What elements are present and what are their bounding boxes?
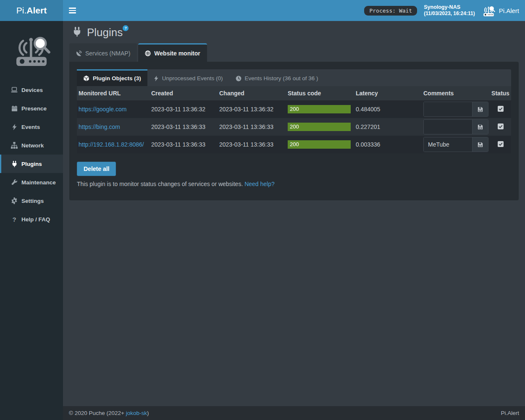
save-comment-button[interactable] bbox=[472, 120, 488, 134]
floppy-save-icon bbox=[477, 124, 483, 130]
comment-input-group bbox=[423, 119, 488, 134]
process-status-badge: Process: Wait bbox=[364, 6, 417, 16]
website-monitor-panel: Plugin Objects (3) Unprocessed Events (0… bbox=[69, 62, 519, 200]
tab-events-history[interactable]: Events History (36 out of 36 ) bbox=[229, 69, 325, 86]
comment-input-group bbox=[423, 102, 488, 117]
clock-icon bbox=[236, 76, 242, 81]
col-latency: Latency bbox=[354, 86, 422, 100]
need-help-link[interactable]: Need help? bbox=[244, 181, 275, 187]
status-checkbox[interactable] bbox=[498, 123, 504, 129]
save-comment-button[interactable] bbox=[472, 137, 488, 152]
plug-icon bbox=[72, 27, 82, 38]
host-timestamp: (11/03/2023, 16:24:11) bbox=[424, 10, 475, 17]
sidebar-item-devices[interactable]: Devices bbox=[0, 81, 63, 99]
app-badge: Pi.Alert bbox=[482, 4, 519, 17]
comment-input[interactable] bbox=[424, 102, 472, 116]
changed-cell: 2023-03-11 13:36:33 bbox=[218, 136, 286, 153]
wrench-icon bbox=[10, 179, 18, 186]
created-cell: 2023-03-11 13:36:33 bbox=[150, 136, 218, 153]
panel-tabs: Plugin Objects (3) Unprocessed Events (0… bbox=[77, 69, 511, 86]
latency-cell: 0.003336 bbox=[354, 136, 422, 153]
host-name: Synology-NAS bbox=[424, 4, 475, 10]
page-title: Plugins bbox=[87, 26, 123, 39]
sidebar-item-settings[interactable]: Settings bbox=[0, 192, 63, 210]
host-info: Synology-NAS (11/03/2023, 16:24:11) bbox=[424, 4, 475, 17]
globe-icon bbox=[145, 50, 151, 56]
comment-input[interactable] bbox=[424, 120, 472, 134]
cube-icon bbox=[83, 75, 89, 81]
monitored-url-link[interactable]: https://bing.com bbox=[79, 123, 120, 130]
floppy-save-icon bbox=[477, 142, 483, 148]
col-status-code: Status code bbox=[286, 86, 354, 100]
status-checkbox[interactable] bbox=[498, 141, 504, 147]
table-row: http://192.168.1.82:8086/ 2023-03-11 13:… bbox=[77, 136, 511, 153]
brand-pi: Pi. bbox=[16, 5, 27, 16]
check-icon bbox=[498, 124, 503, 129]
satellite-dish-icon bbox=[76, 50, 82, 56]
bolt-icon bbox=[154, 76, 159, 81]
comment-input[interactable] bbox=[424, 137, 472, 152]
gear-icon bbox=[10, 197, 18, 204]
col-monitored-url: Monitored URL bbox=[77, 86, 150, 100]
plug-icon bbox=[10, 161, 18, 167]
jokob-sk-link[interactable]: jokob-sk bbox=[126, 410, 147, 416]
plugin-description: This plugin is to monitor status changes… bbox=[77, 181, 511, 187]
router-scan-icon bbox=[482, 4, 496, 17]
app-name: Pi.Alert bbox=[499, 7, 519, 14]
sidebar-toggle-button[interactable] bbox=[63, 0, 82, 21]
tab-plugin-objects[interactable]: Plugin Objects (3) bbox=[77, 69, 147, 86]
status-code-bar: 200 bbox=[288, 140, 351, 149]
sidebar: Devices Presence Events Network Plugins … bbox=[0, 21, 63, 420]
plugin-table-body: https://google.com 2023-03-11 13:36:32 2… bbox=[77, 100, 511, 153]
table-header-row: Monitored URL Created Changed Status cod… bbox=[77, 86, 511, 100]
main-content: Plugins ? Services (NMAP) Website monito… bbox=[63, 21, 525, 406]
created-cell: 2023-03-11 13:36:33 bbox=[150, 118, 218, 136]
col-created: Created bbox=[150, 86, 218, 100]
sidebar-item-help[interactable]: ? Help / FAQ bbox=[0, 210, 63, 228]
col-changed: Changed bbox=[218, 86, 286, 100]
table-row: https://google.com 2023-03-11 13:36:32 2… bbox=[77, 100, 511, 118]
sidebar-item-plugins[interactable]: Plugins bbox=[0, 155, 63, 173]
sidebar-logo bbox=[0, 21, 63, 75]
footer-copyright: © 2020 Puche (2022+ jokob-sk) bbox=[69, 410, 149, 416]
comment-input-group bbox=[423, 137, 488, 152]
status-checkbox[interactable] bbox=[498, 106, 504, 112]
top-navbar: Pi.Alert Process: Wait Synology-NAS (11/… bbox=[0, 0, 525, 21]
check-icon bbox=[498, 106, 503, 111]
col-comments: Comments bbox=[422, 86, 490, 100]
footer: © 2020 Puche (2022+ jokob-sk) Pi.Alert bbox=[63, 406, 525, 420]
created-cell: 2023-03-11 13:36:32 bbox=[150, 100, 218, 118]
help-badge[interactable]: ? bbox=[123, 25, 129, 31]
check-icon bbox=[498, 142, 503, 147]
page-header: Plugins ? bbox=[63, 21, 525, 43]
monitored-url-link[interactable]: https://google.com bbox=[79, 106, 126, 113]
tab-website-monitor[interactable]: Website monitor bbox=[138, 43, 207, 62]
changed-cell: 2023-03-11 13:36:33 bbox=[218, 118, 286, 136]
tab-services-nmap[interactable]: Services (NMAP) bbox=[69, 43, 137, 62]
save-comment-button[interactable] bbox=[472, 102, 488, 116]
table-row: https://bing.com 2023-03-11 13:36:33 202… bbox=[77, 118, 511, 136]
bolt-icon bbox=[10, 124, 18, 130]
monitored-url-link[interactable]: http://192.168.1.82:8086/ bbox=[79, 141, 144, 148]
question-icon: ? bbox=[10, 216, 18, 223]
tab-unprocessed-events[interactable]: Unprocessed Events (0) bbox=[147, 69, 229, 86]
changed-cell: 2023-03-11 13:36:32 bbox=[218, 100, 286, 118]
calendar-icon bbox=[10, 105, 18, 112]
sitemap-icon bbox=[10, 142, 18, 149]
sidebar-item-events[interactable]: Events bbox=[0, 118, 63, 136]
latency-cell: 0.227201 bbox=[354, 118, 422, 136]
hamburger-icon bbox=[69, 8, 76, 9]
latency-cell: 0.484005 bbox=[354, 100, 422, 118]
delete-all-button[interactable]: Delete all bbox=[77, 162, 116, 176]
floppy-save-icon bbox=[477, 106, 483, 113]
status-code-bar: 200 bbox=[288, 105, 351, 113]
sidebar-item-presence[interactable]: Presence bbox=[0, 99, 63, 118]
laptop-icon bbox=[10, 87, 18, 93]
footer-app-name: Pi.Alert bbox=[501, 410, 519, 416]
brand-logo[interactable]: Pi.Alert bbox=[0, 0, 63, 21]
brand-alert: Alert bbox=[26, 5, 47, 16]
sidebar-item-maintenance[interactable]: Maintenance bbox=[0, 173, 63, 192]
sidebar-item-network[interactable]: Network bbox=[0, 136, 63, 155]
plugin-objects-table: Monitored URL Created Changed Status cod… bbox=[77, 86, 511, 153]
sidebar-menu: Devices Presence Events Network Plugins … bbox=[0, 81, 63, 228]
